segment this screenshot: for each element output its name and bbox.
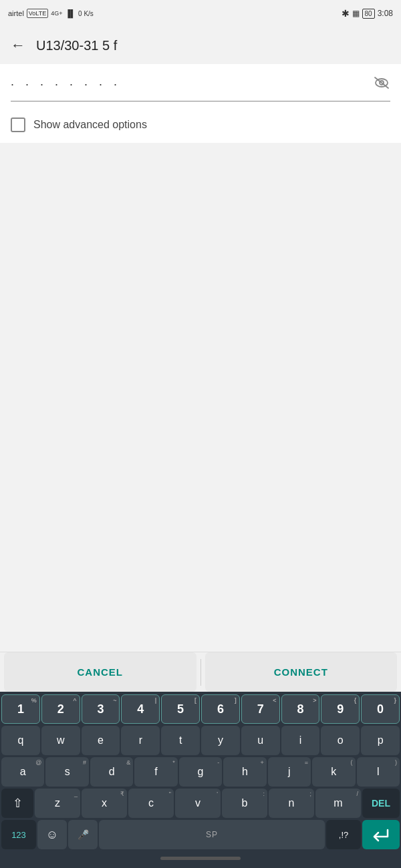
key-m[interactable]: /m	[315, 789, 361, 818]
advanced-options-row: Show advanced options	[11, 112, 390, 143]
emoji-key[interactable]: ☺	[37, 820, 67, 849]
network-type: VoLTE	[27, 9, 48, 18]
punct-key[interactable]: ,!?	[326, 820, 361, 849]
key-2[interactable]: ^2	[41, 694, 80, 724]
space-key[interactable]: SP	[99, 820, 325, 849]
advanced-options-label: Show advanced options	[33, 119, 147, 131]
key-1[interactable]: %1	[1, 694, 40, 724]
key-t[interactable]: t	[161, 726, 200, 755]
key-q[interactable]: q	[1, 726, 40, 755]
key-x[interactable]: ₹x	[82, 789, 127, 818]
delete-key[interactable]: DEL	[362, 789, 400, 818]
key-0[interactable]: }0	[361, 694, 400, 724]
advanced-options-checkbox[interactable]	[11, 118, 25, 132]
button-divider	[200, 659, 201, 686]
key-f[interactable]: *f	[134, 757, 177, 787]
key-p[interactable]: p	[361, 726, 400, 755]
key-9[interactable]: {9	[321, 694, 360, 724]
toolbar: ← U13/30-31 5 f	[0, 27, 401, 64]
key-b[interactable]: :b	[222, 789, 267, 818]
key-c[interactable]: "c	[128, 789, 174, 818]
num-key[interactable]: 123	[1, 820, 36, 849]
key-7[interactable]: <7	[241, 694, 280, 724]
key-z[interactable]: _z	[35, 789, 80, 818]
data-speed: 0 K/s	[78, 10, 94, 17]
carrier-label: airtel	[8, 9, 24, 17]
key-v[interactable]: 'v	[175, 789, 221, 818]
bluetooth-icon: ✱	[342, 8, 350, 19]
key-g[interactable]: -g	[179, 757, 222, 787]
key-u[interactable]: u	[241, 726, 280, 755]
key-6[interactable]: ]6	[201, 694, 240, 724]
keyboard-row-numbers: %1 ^2 ~3 |4 [5 ]6 <7 >8 {9 }0	[1, 694, 400, 724]
password-field[interactable]: · · · · · · · ·	[11, 72, 368, 97]
keyboard-row-asdf: @a #s &d *f -g +h =j (k )l	[1, 757, 400, 787]
key-8[interactable]: >8	[281, 694, 320, 724]
key-r[interactable]: r	[121, 726, 160, 755]
keyboard-row-zxcv: ⇧ _z ₹x "c 'v :b ;n /m DEL	[1, 789, 400, 818]
key-4[interactable]: |4	[121, 694, 160, 724]
keyboard: %1 ^2 ~3 |4 [5 ]6 <7 >8 {9 }0 q w e r t …	[0, 692, 401, 868]
shift-key[interactable]: ⇧	[1, 789, 33, 818]
signal-icon: ▐▌	[65, 9, 76, 17]
status-bar: airtel VoLTE 4G+ ▐▌ 0 K/s ✱ ▦ 80 3:08	[0, 0, 401, 27]
action-buttons: CANCEL CONNECT	[0, 652, 401, 692]
back-button[interactable]: ←	[11, 37, 25, 54]
home-indicator	[1, 851, 400, 867]
key-i[interactable]: i	[281, 726, 320, 755]
key-e[interactable]: e	[82, 726, 120, 755]
key-y[interactable]: y	[201, 726, 240, 755]
keyboard-row-qwerty: q w e r t y u i o p	[1, 726, 400, 755]
cancel-button[interactable]: CANCEL	[4, 652, 196, 692]
page-title: U13/30-31 5 f	[36, 38, 117, 53]
vibrate-icon: ▦	[352, 9, 360, 18]
key-3[interactable]: ~3	[82, 694, 120, 724]
key-n[interactable]: ;n	[269, 789, 314, 818]
key-a[interactable]: @a	[1, 757, 44, 787]
home-bar	[160, 857, 241, 860]
key-5[interactable]: [5	[161, 694, 200, 724]
key-d[interactable]: &d	[90, 757, 133, 787]
key-w[interactable]: w	[41, 726, 80, 755]
password-row: · · · · · · · ·	[11, 72, 390, 101]
key-k[interactable]: (k	[312, 757, 355, 787]
keyboard-row-bottom: 123 ☺ 🎤 SP ,!?	[1, 820, 400, 849]
key-h[interactable]: +h	[223, 757, 266, 787]
battery-indicator: 80	[362, 9, 375, 19]
network-speed: 4G+	[51, 10, 62, 17]
key-o[interactable]: o	[321, 726, 360, 755]
content-area: · · · · · · · · Show advanced options	[0, 64, 401, 143]
eye-off-icon[interactable]	[373, 76, 390, 93]
key-s[interactable]: #s	[45, 757, 88, 787]
status-right: ✱ ▦ 80 3:08	[342, 8, 393, 19]
status-left: airtel VoLTE 4G+ ▐▌ 0 K/s	[8, 9, 94, 18]
key-j[interactable]: =j	[268, 757, 311, 787]
time-label: 3:08	[378, 9, 393, 18]
connect-button[interactable]: CONNECT	[205, 652, 398, 692]
key-l[interactable]: )l	[357, 757, 400, 787]
empty-space	[0, 143, 401, 652]
enter-key[interactable]	[362, 820, 400, 849]
mic-key[interactable]: 🎤	[68, 820, 98, 849]
